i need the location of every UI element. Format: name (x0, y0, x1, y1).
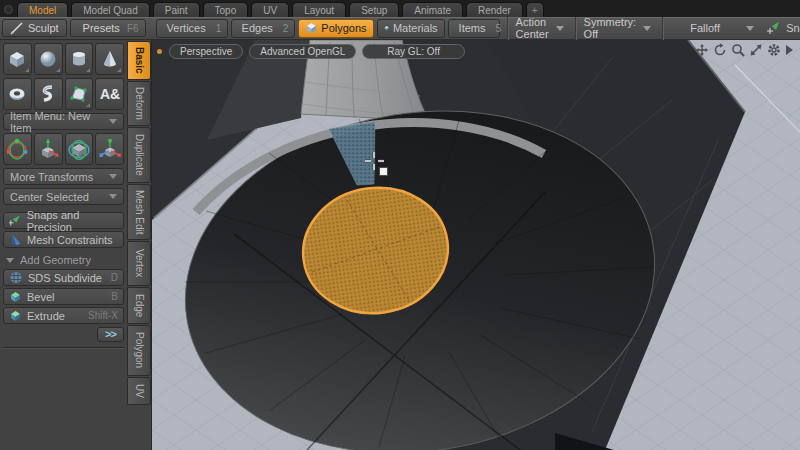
add-geometry-header[interactable]: Add Geometry (3, 250, 124, 269)
mode-edges[interactable]: Edges 2 (231, 19, 295, 38)
sds-subdivide-button[interactable]: SDS Subdivide D (3, 269, 124, 286)
snapping-button[interactable]: Snapping (767, 21, 800, 35)
mesh-constraints-label: Mesh Constraints (27, 234, 113, 246)
scale-gizmo-icon (98, 138, 122, 160)
snaps-label: Snaps and Precision (27, 209, 118, 233)
sidebar-divider (3, 347, 124, 348)
tab-animate[interactable]: Animate (402, 2, 463, 17)
viewport-header: Perspective Advanced OpenGL Ray GL: Off (157, 44, 465, 59)
presets-button[interactable]: Presets F6 (70, 19, 146, 37)
flyout-arrow-icon[interactable] (785, 44, 794, 56)
mode-shortcut: 2 (283, 23, 289, 34)
orbit-icon[interactable] (713, 43, 727, 57)
mode-label: Items (459, 22, 486, 34)
chevron-down-icon (643, 26, 651, 31)
vtab-polygon[interactable]: Polygon (127, 325, 151, 376)
chevron-down-icon (109, 194, 117, 199)
cylinder-icon (69, 49, 89, 69)
action-center-label: Action Center (516, 16, 549, 40)
tab-uv[interactable]: UV (251, 2, 289, 17)
tab-topo[interactable]: Topo (203, 2, 249, 17)
mode-label: Polygons (321, 22, 366, 34)
helix-tool-button[interactable] (34, 78, 63, 110)
pen-icon (10, 22, 23, 35)
torus-tool-button[interactable] (3, 78, 32, 110)
sculpt-button[interactable]: Sculpt (2, 19, 67, 37)
vtab-deform[interactable]: Deform (127, 81, 151, 126)
cube-tool-button[interactable] (3, 43, 32, 75)
vtab-basic[interactable]: Basic (127, 41, 151, 80)
tab-setup[interactable]: Setup (349, 2, 399, 17)
modo-window: Model Model Quad Paint Topo UV Layout Se… (0, 0, 800, 450)
scale-tool-button[interactable] (95, 133, 124, 165)
item-menu-dropdown[interactable]: Item Menu: New Item (3, 113, 124, 130)
cylinder-tool-button[interactable] (65, 43, 94, 75)
tool-sidebar: A& Item Menu: New Item (0, 40, 152, 450)
helix-icon (38, 84, 58, 104)
3d-viewport[interactable]: Perspective Advanced OpenGL Ray GL: Off (152, 40, 800, 450)
polygons-cube-icon (305, 22, 318, 34)
snaps-precision-button[interactable]: Snaps and Precision (3, 212, 124, 229)
vtab-mesh-edit[interactable]: Mesh Edit (127, 184, 151, 240)
mode-materials[interactable]: Materials (377, 19, 445, 38)
app-menu-icon[interactable] (4, 5, 13, 14)
viewport-state-icon (157, 49, 162, 54)
chevron-down-icon (746, 26, 754, 31)
vtab-duplicate[interactable]: Duplicate (127, 127, 151, 183)
command-shortcut: D (111, 272, 118, 283)
cube-icon (7, 49, 27, 69)
presets-shortcut: F6 (127, 23, 139, 34)
vtab-uv[interactable]: UV (127, 377, 151, 405)
sculpt-label: Sculpt (28, 22, 59, 34)
mode-vertices[interactable]: Vertices 1 (156, 19, 228, 38)
mode-polygons[interactable]: Polygons (298, 19, 374, 38)
add-tab-button[interactable]: + (526, 2, 544, 17)
mesh-constraints-button[interactable]: Mesh Constraints (3, 231, 124, 248)
tab-render[interactable]: Render (466, 2, 523, 17)
bevel-button[interactable]: Bevel B (3, 288, 124, 305)
item-menu-label: Item Menu: New Item (10, 110, 109, 134)
action-center-dropdown[interactable]: Action Center (507, 17, 572, 40)
presets-label: Presets (83, 22, 120, 34)
pan-icon[interactable] (695, 43, 709, 57)
rotate-tool-button[interactable] (65, 133, 94, 165)
tab-model-quad[interactable]: Model Quad (71, 2, 149, 17)
rotate-gizmo-icon (67, 138, 91, 160)
more-transforms-dropdown[interactable]: More Transforms (3, 168, 124, 185)
move-tool-button[interactable] (34, 133, 63, 165)
renderer-button[interactable]: Advanced OpenGL (249, 44, 356, 59)
zoom-icon[interactable] (731, 43, 745, 57)
view-type-button[interactable]: Perspective (169, 44, 243, 59)
snaps-icon (9, 215, 22, 227)
maximize-icon[interactable] (749, 43, 763, 57)
tab-model[interactable]: Model (17, 2, 68, 17)
vtab-vertex[interactable]: Vertex (127, 241, 151, 286)
pen-tool-button[interactable] (65, 78, 94, 110)
tab-paint[interactable]: Paint (153, 2, 200, 17)
command-shortcut: B (111, 291, 118, 302)
sds-subdivide-icon (9, 271, 23, 284)
settings-gear-icon[interactable] (767, 43, 781, 57)
extrude-button[interactable]: Extrude Shift-X (3, 307, 124, 324)
sphere-tool-button[interactable] (34, 43, 63, 75)
mode-label: Materials (393, 22, 438, 34)
expand-panel-button[interactable]: >> (97, 327, 124, 342)
curve-tools-row: A& (3, 78, 124, 110)
vtab-edge[interactable]: Edge (127, 287, 151, 324)
cone-tool-button[interactable] (95, 43, 124, 75)
mode-shortcut: 1 (216, 23, 222, 34)
raygl-button[interactable]: Ray GL: Off (362, 44, 465, 59)
materials-cube-icon (384, 22, 389, 34)
command-label: SDS Subdivide (28, 272, 102, 284)
center-selected-dropdown[interactable]: Center Selected (3, 188, 124, 205)
command-label: Extrude (27, 310, 65, 322)
mode-items[interactable]: Items 5 (448, 19, 500, 38)
transform-tool-button[interactable] (3, 133, 32, 165)
tab-layout[interactable]: Layout (292, 2, 346, 17)
text-tool-glyph: A& (100, 86, 120, 102)
sphere-icon (38, 49, 58, 69)
text-tool-button[interactable]: A& (95, 78, 124, 110)
falloff-dropdown[interactable]: Falloff (662, 17, 762, 40)
symmetry-dropdown[interactable]: Symmetry: Off (575, 17, 660, 40)
torus-icon (7, 84, 27, 104)
